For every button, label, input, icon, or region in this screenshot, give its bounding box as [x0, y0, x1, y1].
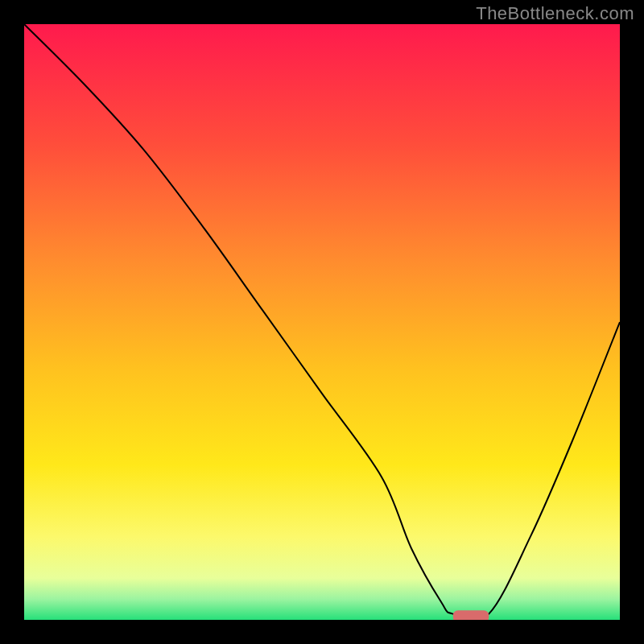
chart-svg [24, 24, 620, 620]
balance-marker [453, 610, 489, 620]
gradient-background [24, 24, 620, 620]
chart-frame: TheBottleneck.com [0, 0, 644, 644]
watermark-text: TheBottleneck.com [476, 3, 634, 24]
plot-area [24, 24, 620, 620]
